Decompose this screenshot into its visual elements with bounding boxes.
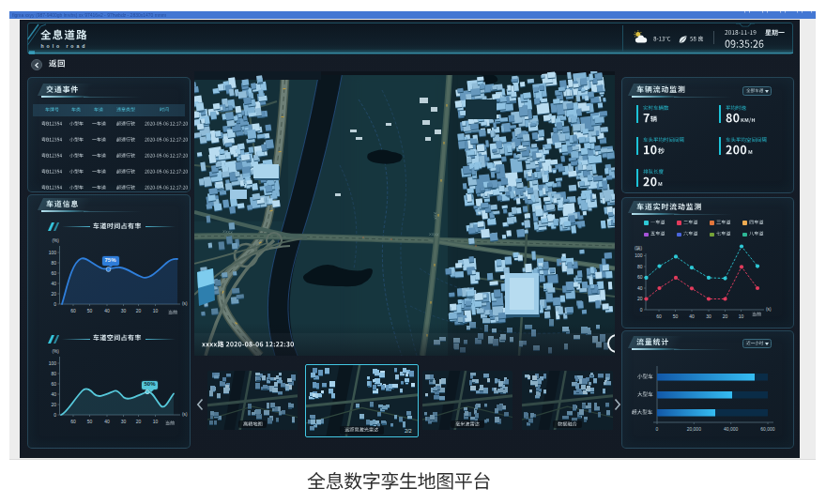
svg-text:XXXX: XXXX: [429, 232, 439, 237]
svg-text:40: 40: [637, 285, 643, 291]
svg-text:20: 20: [51, 291, 56, 297]
svg-text:40: 40: [104, 308, 110, 313]
svg-text:(s): (s): [182, 412, 188, 417]
svg-text:XXX: XXX: [433, 212, 438, 221]
svg-text:30: 30: [121, 308, 127, 313]
svg-text:10: 10: [153, 419, 159, 424]
svg-text:20: 20: [723, 313, 728, 319]
svg-text:(s): (s): [182, 301, 188, 306]
svg-text:0: 0: [656, 426, 659, 432]
svg-text:(s): (s): [766, 307, 772, 312]
svg-text:60: 60: [51, 381, 56, 387]
svg-text:(%): (%): [53, 349, 60, 354]
svg-text:60: 60: [637, 274, 643, 280]
svg-text:0: 0: [54, 412, 56, 418]
svg-text:0: 0: [54, 301, 56, 307]
svg-text:10: 10: [153, 308, 159, 313]
svg-text:20: 20: [136, 419, 142, 424]
svg-text:100: 100: [635, 252, 643, 258]
svg-text:40: 40: [104, 419, 110, 424]
svg-text:50: 50: [87, 308, 93, 313]
svg-text:50: 50: [673, 313, 679, 319]
svg-text:60: 60: [656, 313, 662, 319]
svg-text:30: 30: [706, 313, 711, 319]
svg-text:100: 100: [49, 250, 57, 255]
svg-text:(%): (%): [53, 238, 60, 243]
svg-text:50: 50: [87, 419, 93, 424]
svg-text:60: 60: [70, 308, 76, 313]
svg-text:20: 20: [136, 308, 142, 313]
svg-text:30: 30: [121, 419, 127, 424]
svg-text:60,000: 60,000: [760, 426, 775, 432]
svg-text:(辆): (辆): [635, 246, 642, 252]
svg-text:60: 60: [51, 270, 56, 276]
svg-text:20,000: 20,000: [687, 426, 702, 432]
svg-text:80: 80: [51, 371, 56, 376]
svg-text:10: 10: [739, 313, 744, 319]
svg-text:100: 100: [49, 360, 57, 366]
svg-text:20: 20: [637, 296, 643, 301]
svg-text:40: 40: [51, 281, 56, 286]
svg-text:80: 80: [51, 260, 56, 266]
svg-text:40: 40: [51, 391, 56, 397]
svg-text:40,000: 40,000: [724, 426, 739, 432]
svg-text:20: 20: [51, 402, 56, 407]
svg-text:80: 80: [637, 264, 643, 269]
svg-text:60: 60: [70, 419, 76, 424]
svg-text:40: 40: [689, 313, 695, 319]
svg-text:0: 0: [640, 307, 643, 313]
